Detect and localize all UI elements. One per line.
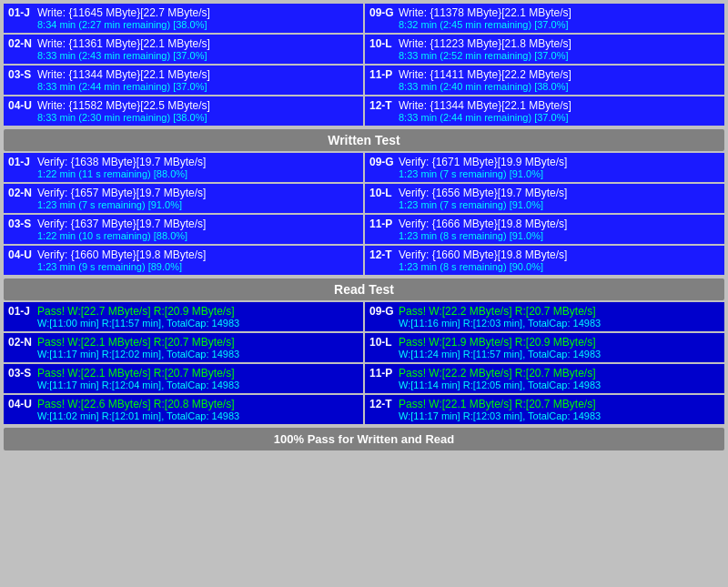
cell-line2: 8:33 min (2:52 min remaining) [37.0%]: [399, 50, 720, 61]
cell-02-n: 02-NVerify: {1657 MByte}[19.7 MByte/s]1:…: [4, 184, 363, 213]
cell-line1: Pass! W:[22.1 MByte/s] R:[20.7 MByte/s]: [399, 398, 720, 410]
cell-line1: Write: {11378 MByte}[22.1 MByte/s]: [399, 6, 720, 19]
cell-11-p: 11-PPass! W:[22.2 MByte/s] R:[20.7 MByte…: [365, 364, 724, 393]
cell-12-t: 12-TWrite: {11344 MByte}[22.1 MByte/s]8:…: [365, 96, 724, 126]
cell-01-j: 01-JWrite: {11645 MByte}[22.7 MByte/s]8:…: [4, 4, 363, 33]
cell-02-n: 02-NPass! W:[22.1 MByte/s] R:[20.7 MByte…: [4, 333, 363, 362]
cell-line2: W:[11:24 min] R:[11:57 min], TotalCap: 1…: [399, 349, 720, 359]
cell-line2: 8:34 min (2:27 min remaining) [38.0%]: [37, 19, 359, 30]
cell-line1: Write: {11344 MByte}[22.1 MByte/s]: [399, 99, 720, 112]
cell-01-j: 01-JVerify: {1638 MByte}[19.7 MByte/s]1:…: [4, 153, 363, 182]
verify-grid: 01-JVerify: {1638 MByte}[19.7 MByte/s]1:…: [4, 153, 724, 275]
cell-line1: Write: {11411 MByte}[22.2 MByte/s]: [399, 68, 720, 81]
cell-line1: Verify: {1657 MByte}[19.7 MByte/s]: [37, 187, 359, 199]
cell-line1: Verify: {1660 MByte}[19.8 MByte/s]: [399, 248, 720, 261]
cell-line1: Pass! W:[22.7 MByte/s] R:[20.9 MByte/s]: [37, 305, 359, 318]
cell-line2: 1:23 min (8 s remaining) [91.0%]: [399, 230, 720, 241]
cell-label: 01-J: [8, 6, 34, 19]
cell-line2: W:[11:17 min] R:[12:04 min], TotalCap: 1…: [37, 380, 359, 390]
cell-line2: W:[11:00 min] R:[11:57 min], TotalCap: 1…: [37, 318, 359, 329]
cell-label: 02-N: [8, 336, 34, 349]
main-container: 01-JWrite: {11645 MByte}[22.7 MByte/s]8:…: [0, 0, 728, 454]
cell-10-l: 10-LVerify: {1656 MByte}[19.7 MByte/s]1:…: [365, 184, 724, 213]
cell-12-t: 12-TPass! W:[22.1 MByte/s] R:[20.7 MByte…: [365, 395, 724, 424]
cell-line1: Write: {11344 MByte}[22.1 MByte/s]: [37, 68, 359, 81]
verify-section: 01-JVerify: {1638 MByte}[19.7 MByte/s]1:…: [4, 153, 724, 300]
cell-line2: 1:22 min (10 s remaining) [88.0%]: [37, 230, 359, 241]
cell-line1: Write: {11361 MByte}[22.1 MByte/s]: [37, 37, 359, 50]
cell-04-u: 04-UWrite: {11582 MByte}[22.5 MByte/s]8:…: [4, 96, 363, 126]
cell-line1: Verify: {1637 MByte}[19.7 MByte/s]: [37, 218, 359, 230]
cell-label: 03-S: [8, 367, 34, 380]
cell-line2: W:[11:02 min] R:[12:01 min], TotalCap: 1…: [37, 410, 359, 421]
cell-09-g: 09-GPass! W:[22.2 MByte/s] R:[20.7 MByte…: [365, 302, 724, 331]
write-grid: 01-JWrite: {11645 MByte}[22.7 MByte/s]8:…: [4, 4, 724, 126]
cell-line2: 8:33 min (2:40 min remaining) [38.0%]: [399, 81, 720, 92]
cell-label: 11-P: [369, 68, 395, 81]
cell-label: 01-J: [8, 305, 34, 318]
cell-03-s: 03-SVerify: {1637 MByte}[19.7 MByte/s]1:…: [4, 215, 363, 244]
cell-label: 10-L: [369, 187, 395, 199]
cell-line2: 1:23 min (9 s remaining) [89.0%]: [37, 261, 359, 272]
cell-line1: Pass! W:[22.2 MByte/s] R:[20.7 MByte/s]: [399, 367, 720, 380]
cell-label: 01-J: [8, 156, 34, 168]
cell-04-u: 04-UPass! W:[22.6 MByte/s] R:[20.8 MByte…: [4, 395, 363, 424]
cell-label: 10-L: [369, 336, 395, 349]
cell-label: 11-P: [369, 218, 395, 230]
cell-09-g: 09-GVerify: {1671 MByte}[19.9 MByte/s]1:…: [365, 153, 724, 182]
cell-line2: W:[11:14 min] R:[12:05 min], TotalCap: 1…: [399, 380, 720, 390]
cell-label: 04-U: [8, 398, 34, 410]
cell-line1: Verify: {1656 MByte}[19.7 MByte/s]: [399, 187, 720, 199]
cell-line1: Pass! W:[22.1 MByte/s] R:[20.7 MByte/s]: [37, 336, 359, 349]
cell-label: 09-G: [369, 6, 395, 19]
cell-line1: Verify: {1638 MByte}[19.7 MByte/s]: [37, 156, 359, 168]
read-section: 01-JPass! W:[22.7 MByte/s] R:[20.9 MByte…: [4, 302, 724, 424]
cell-10-l: 10-LPass! W:[21.9 MByte/s] R:[20.9 MByte…: [365, 333, 724, 362]
cell-03-s: 03-SPass! W:[22.1 MByte/s] R:[20.7 MByte…: [4, 364, 363, 393]
cell-04-u: 04-UVerify: {1660 MByte}[19.8 MByte/s]1:…: [4, 246, 363, 275]
cell-01-j: 01-JPass! W:[22.7 MByte/s] R:[20.9 MByte…: [4, 302, 363, 331]
cell-line1: Pass! W:[22.1 MByte/s] R:[20.7 MByte/s]: [37, 367, 359, 380]
cell-label: 12-T: [369, 99, 395, 112]
cell-label: 10-L: [369, 37, 395, 50]
cell-label: 03-S: [8, 218, 34, 230]
cell-line1: Write: {11645 MByte}[22.7 MByte/s]: [37, 6, 359, 19]
cell-line2: 1:23 min (7 s remaining) [91.0%]: [37, 199, 359, 210]
cell-line2: 8:33 min (2:43 min remaining) [37.0%]: [37, 50, 359, 61]
cell-label: 09-G: [369, 305, 395, 318]
cell-label: 02-N: [8, 37, 34, 50]
cell-line1: Write: {11582 MByte}[22.5 MByte/s]: [37, 99, 359, 112]
cell-12-t: 12-TVerify: {1660 MByte}[19.8 MByte/s]1:…: [365, 246, 724, 275]
cell-09-g: 09-GWrite: {11378 MByte}[22.1 MByte/s]8:…: [365, 4, 724, 33]
cell-line2: 8:33 min (2:44 min remaining) [37.0%]: [37, 81, 359, 92]
cell-label: 09-G: [369, 156, 395, 168]
cell-label: 12-T: [369, 248, 395, 261]
read-test-header: Read Test: [4, 278, 724, 300]
cell-line2: 1:23 min (8 s remaining) [90.0%]: [399, 261, 720, 272]
cell-label: 03-S: [8, 68, 34, 81]
written-test-header: Written Test: [4, 129, 724, 151]
cell-line1: Pass! W:[22.6 MByte/s] R:[20.8 MByte/s]: [37, 398, 359, 410]
cell-label: 12-T: [369, 398, 395, 410]
cell-line1: Pass! W:[22.2 MByte/s] R:[20.7 MByte/s]: [399, 305, 720, 318]
cell-label: 04-U: [8, 99, 34, 112]
cell-label: 11-P: [369, 367, 395, 380]
cell-line2: 1:23 min (7 s remaining) [91.0%]: [399, 199, 720, 210]
cell-11-p: 11-PVerify: {1666 MByte}[19.8 MByte/s]1:…: [365, 215, 724, 244]
cell-line2: 8:33 min (2:30 min remaining) [38.0%]: [37, 112, 359, 123]
write-section: 01-JWrite: {11645 MByte}[22.7 MByte/s]8:…: [4, 4, 724, 151]
cell-line1: Write: {11223 MByte}[21.8 MByte/s]: [399, 37, 720, 50]
cell-line2: 1:22 min (11 s remaining) [88.0%]: [37, 168, 359, 179]
footer-status: 100% Pass for Written and Read: [4, 428, 724, 450]
cell-line1: Verify: {1671 MByte}[19.9 MByte/s]: [399, 156, 720, 168]
cell-line2: W:[11:16 min] R:[12:03 min], TotalCap: 1…: [399, 318, 720, 329]
cell-line1: Verify: {1660 MByte}[19.8 MByte/s]: [37, 248, 359, 261]
cell-line1: Pass! W:[21.9 MByte/s] R:[20.9 MByte/s]: [399, 336, 720, 349]
cell-line2: W:[11:17 min] R:[12:02 min], TotalCap: 1…: [37, 349, 359, 359]
cell-label: 04-U: [8, 248, 34, 261]
cell-line1: Verify: {1666 MByte}[19.8 MByte/s]: [399, 218, 720, 230]
cell-03-s: 03-SWrite: {11344 MByte}[22.1 MByte/s]8:…: [4, 66, 363, 95]
cell-line2: W:[11:17 min] R:[12:03 min], TotalCap: 1…: [399, 410, 720, 421]
cell-line2: 8:32 min (2:45 min remaining) [37.0%]: [399, 19, 720, 30]
cell-line2: 8:33 min (2:44 min remaining) [37.0%]: [399, 112, 720, 123]
